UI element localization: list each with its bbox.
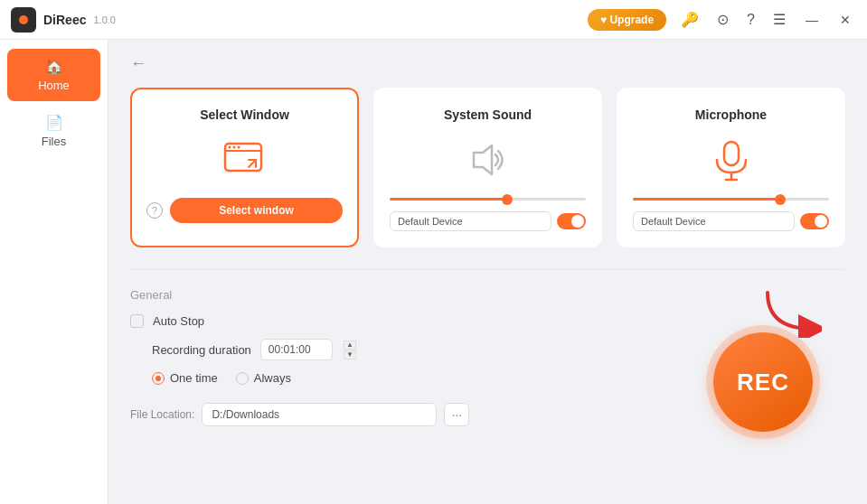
sidebar-item-files[interactable]: 📄 Files — [7, 105, 100, 157]
recording-duration-label: Recording duration — [152, 343, 251, 357]
sidebar-item-files-label: Files — [42, 135, 66, 148]
app-logo-dot — [19, 15, 28, 24]
upgrade-button[interactable]: ♥ Upgrade — [588, 9, 666, 31]
microphone-slider-thumb — [775, 194, 786, 205]
help-question-icon[interactable]: ? — [146, 202, 163, 219]
card-system-sound[interactable]: System Sound Default Device — [373, 88, 602, 247]
cards-row: Select Window ? Select window — [130, 88, 845, 247]
duration-input[interactable] — [260, 339, 333, 360]
system-sound-device-select[interactable]: Default Device — [390, 211, 551, 231]
card-select-window[interactable]: Select Window ? Select window — [130, 88, 359, 247]
system-sound-slider-thumb — [502, 194, 513, 205]
card-microphone[interactable]: Microphone Default Devi — [617, 88, 845, 247]
titlebar-left: DiReec 1.0.0 — [11, 7, 116, 33]
stepper-down-button[interactable]: ▼ — [344, 350, 356, 359]
radio-one-time[interactable] — [152, 372, 165, 385]
file-location-input[interactable] — [202, 403, 437, 426]
select-window-button[interactable]: Select window — [170, 198, 343, 223]
microphone-slider-row — [633, 198, 829, 201]
titlebar-right: ♥ Upgrade 🔑 ⊙ ? ☰ — ✕ — [588, 7, 856, 32]
svg-point-3 — [232, 146, 235, 149]
microphone-toggle[interactable] — [800, 213, 829, 229]
svg-point-4 — [237, 146, 240, 149]
key-icon[interactable]: 🔑 — [677, 7, 702, 32]
files-icon: 📄 — [45, 114, 63, 131]
sidebar-item-home-label: Home — [38, 79, 70, 92]
radio-always-text: Always — [254, 371, 291, 385]
duration-stepper: ▲ ▼ — [344, 341, 356, 359]
auto-stop-label: Auto Stop — [153, 314, 204, 328]
back-button[interactable]: ← — [130, 54, 146, 73]
microphone-device-row: Default Device — [633, 211, 829, 231]
card-select-window-icon-area — [218, 133, 272, 187]
help-icon[interactable]: ? — [743, 8, 759, 32]
system-sound-device-row: Default Device — [390, 211, 586, 231]
red-arrow-icon — [759, 284, 822, 338]
auto-stop-checkbox[interactable] — [130, 314, 144, 328]
sidebar-item-home[interactable]: 🏠 Home — [7, 49, 100, 101]
file-location-browse-button[interactable]: ··· — [444, 403, 469, 426]
card-system-sound-icon-area — [461, 133, 515, 187]
microphone-icon — [708, 136, 755, 183]
app-version: 1.0.0 — [93, 14, 115, 25]
titlebar: DiReec 1.0.0 ♥ Upgrade 🔑 ⊙ ? ☰ — ✕ — [0, 0, 867, 40]
card-microphone-icon-area — [704, 133, 759, 187]
window-icon — [221, 138, 269, 182]
card-system-sound-title: System Sound — [444, 107, 532, 122]
minimize-button[interactable]: — — [800, 9, 824, 31]
back-arrow-icon: ← — [130, 54, 146, 73]
radio-one-time-label[interactable]: One time — [152, 371, 218, 385]
content-area: ← Select Window ? — [108, 40, 867, 504]
speaker-icon — [465, 138, 512, 182]
file-location-label: File Location: — [130, 408, 194, 421]
rec-container: REC — [713, 284, 813, 432]
sidebar: 🏠 Home 📄 Files — [0, 40, 108, 504]
card-select-window-title: Select Window — [200, 107, 289, 122]
settings-icon[interactable]: ⊙ — [713, 7, 732, 32]
stepper-up-button[interactable]: ▲ — [344, 341, 356, 350]
home-icon: 🏠 — [45, 58, 63, 75]
system-sound-toggle[interactable] — [557, 213, 586, 229]
card-select-window-footer: ? Select window — [146, 198, 343, 223]
app-name: DiReec — [43, 13, 86, 27]
radio-one-time-text: One time — [170, 371, 218, 385]
close-button[interactable]: ✕ — [834, 9, 856, 31]
card-microphone-title: Microphone — [695, 107, 767, 122]
radio-always-label[interactable]: Always — [236, 371, 291, 385]
menu-icon[interactable]: ☰ — [769, 7, 789, 32]
svg-marker-5 — [474, 145, 492, 174]
radio-always[interactable] — [236, 372, 249, 385]
svg-rect-6 — [724, 142, 739, 165]
system-sound-slider-row — [390, 198, 586, 201]
main-layout: 🏠 Home 📄 Files ← Select Window — [0, 40, 867, 504]
microphone-slider[interactable] — [633, 198, 829, 201]
system-sound-slider[interactable] — [390, 198, 586, 201]
microphone-device-select[interactable]: Default Device — [633, 211, 795, 231]
rec-button[interactable]: REC — [713, 332, 813, 432]
section-divider — [130, 269, 845, 270]
app-logo — [11, 7, 36, 33]
svg-point-2 — [228, 146, 231, 149]
